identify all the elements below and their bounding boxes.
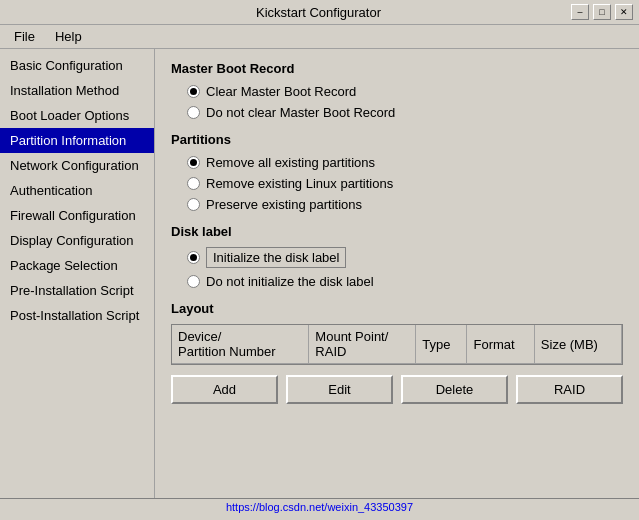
maximize-button[interactable]: □ <box>593 4 611 20</box>
col-size: Size (MB) <box>534 325 621 364</box>
mbr-option-no-clear[interactable]: Do not clear Master Boot Record <box>187 105 623 120</box>
partition-remove-linux-radio[interactable] <box>187 177 200 190</box>
partitions-section: Partitions Remove all existing partition… <box>171 132 623 212</box>
sidebar-item-basic-configuration[interactable]: Basic Configuration <box>0 53 154 78</box>
sidebar-item-label: Package Selection <box>10 258 118 273</box>
title-bar-title: Kickstart Configurator <box>66 5 571 20</box>
col-format: Format <box>467 325 534 364</box>
sidebar-item-label: Network Configuration <box>10 158 139 173</box>
disk-no-init-radio[interactable] <box>187 275 200 288</box>
mbr-clear-label: Clear Master Boot Record <box>206 84 356 99</box>
mbr-clear-radio[interactable] <box>187 85 200 98</box>
layout-table: Device/Partition Number Mount Point/RAID… <box>172 325 622 364</box>
raid-button[interactable]: RAID <box>516 375 623 404</box>
sidebar-item-label: Basic Configuration <box>10 58 123 73</box>
col-type: Type <box>416 325 467 364</box>
title-bar: Kickstart Configurator – □ ✕ <box>0 0 639 25</box>
partition-option-remove-all[interactable]: Remove all existing partitions <box>187 155 623 170</box>
status-bar: https://blog.csdn.net/weixin_43350397 <box>0 498 639 515</box>
partitions-title: Partitions <box>171 132 623 147</box>
partition-remove-all-radio[interactable] <box>187 156 200 169</box>
sidebar-item-label: Firewall Configuration <box>10 208 136 223</box>
layout-title: Layout <box>171 301 623 316</box>
partition-preserve-label: Preserve existing partitions <box>206 197 362 212</box>
sidebar-item-label: Partition Information <box>10 133 126 148</box>
disk-no-init-label: Do not initialize the disk label <box>206 274 374 289</box>
delete-button[interactable]: Delete <box>401 375 508 404</box>
menu-file[interactable]: File <box>8 27 41 46</box>
sidebar-item-label: Boot Loader Options <box>10 108 129 123</box>
sidebar-item-boot-loader-options[interactable]: Boot Loader Options <box>0 103 154 128</box>
sidebar-item-authentication[interactable]: Authentication <box>0 178 154 203</box>
add-button[interactable]: Add <box>171 375 278 404</box>
action-buttons: Add Edit Delete RAID <box>171 375 623 404</box>
edit-button[interactable]: Edit <box>286 375 393 404</box>
master-boot-record-section: Master Boot Record Clear Master Boot Rec… <box>171 61 623 120</box>
sidebar-item-display-configuration[interactable]: Display Configuration <box>0 228 154 253</box>
partition-remove-all-label: Remove all existing partitions <box>206 155 375 170</box>
sidebar-item-firewall-configuration[interactable]: Firewall Configuration <box>0 203 154 228</box>
disk-label-option-no-init[interactable]: Do not initialize the disk label <box>187 274 623 289</box>
title-bar-controls: – □ ✕ <box>571 4 633 20</box>
disk-init-label: Initialize the disk label <box>206 247 346 268</box>
sidebar-item-installation-method[interactable]: Installation Method <box>0 78 154 103</box>
sidebar-item-label: Post-Installation Script <box>10 308 139 323</box>
content-area: Master Boot Record Clear Master Boot Rec… <box>155 49 639 515</box>
sidebar-item-partition-information[interactable]: Partition Information <box>0 128 154 153</box>
status-bar-url: https://blog.csdn.net/weixin_43350397 <box>226 501 413 513</box>
mbr-no-clear-label: Do not clear Master Boot Record <box>206 105 395 120</box>
sidebar-item-post-installation-script[interactable]: Post-Installation Script <box>0 303 154 328</box>
disk-label-section: Disk label Initialize the disk label Do … <box>171 224 623 289</box>
master-boot-record-title: Master Boot Record <box>171 61 623 76</box>
partition-option-preserve[interactable]: Preserve existing partitions <box>187 197 623 212</box>
main-layout: Basic Configuration Installation Method … <box>0 49 639 515</box>
menu-help[interactable]: Help <box>49 27 88 46</box>
sidebar-item-label: Authentication <box>10 183 92 198</box>
col-mount: Mount Point/RAID <box>309 325 416 364</box>
menu-bar: File Help <box>0 25 639 49</box>
sidebar-item-pre-installation-script[interactable]: Pre-Installation Script <box>0 278 154 303</box>
disk-label-title: Disk label <box>171 224 623 239</box>
partition-option-remove-linux[interactable]: Remove existing Linux partitions <box>187 176 623 191</box>
mbr-no-clear-radio[interactable] <box>187 106 200 119</box>
sidebar-item-label: Display Configuration <box>10 233 134 248</box>
disk-init-radio[interactable] <box>187 251 200 264</box>
partition-remove-linux-label: Remove existing Linux partitions <box>206 176 393 191</box>
sidebar-item-label: Installation Method <box>10 83 119 98</box>
sidebar-item-network-configuration[interactable]: Network Configuration <box>0 153 154 178</box>
mbr-option-clear[interactable]: Clear Master Boot Record <box>187 84 623 99</box>
sidebar-item-package-selection[interactable]: Package Selection <box>0 253 154 278</box>
col-device: Device/Partition Number <box>172 325 309 364</box>
partition-preserve-radio[interactable] <box>187 198 200 211</box>
minimize-button[interactable]: – <box>571 4 589 20</box>
layout-section: Layout Device/Partition Number Mount Poi… <box>171 301 623 404</box>
disk-label-option-init[interactable]: Initialize the disk label <box>187 247 623 268</box>
sidebar: Basic Configuration Installation Method … <box>0 49 155 515</box>
layout-table-wrapper: Device/Partition Number Mount Point/RAID… <box>171 324 623 365</box>
close-button[interactable]: ✕ <box>615 4 633 20</box>
sidebar-item-label: Pre-Installation Script <box>10 283 134 298</box>
